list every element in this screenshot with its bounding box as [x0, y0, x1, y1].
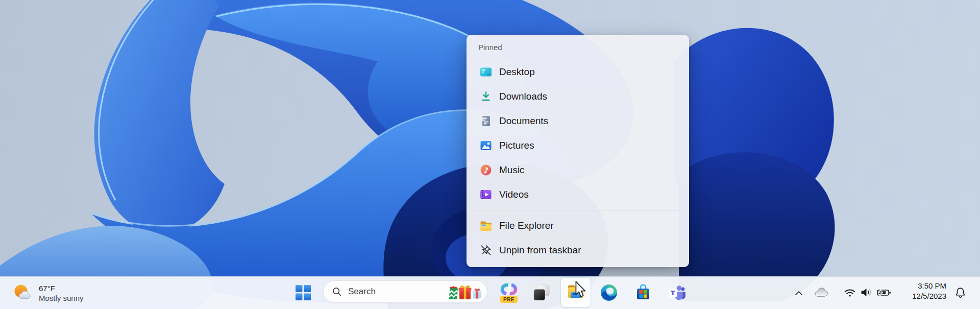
- edge-button[interactable]: [597, 281, 621, 305]
- microsoft-store-icon: [634, 283, 652, 303]
- jump-list-item-desktop[interactable]: Desktop: [470, 60, 685, 84]
- network-volume-battery-button[interactable]: [836, 283, 898, 303]
- weather-temperature: 67°F: [39, 283, 84, 293]
- weather-condition: Mostly sunny: [39, 293, 84, 303]
- notifications-button[interactable]: [950, 284, 970, 302]
- desktop-icon: [479, 65, 493, 79]
- clock-time: 3:50 PM: [896, 281, 946, 291]
- edge-icon: [600, 283, 618, 303]
- chevron-up-icon: [795, 290, 803, 297]
- jump-list-item-label: Pictures: [499, 140, 534, 151]
- clock-date: 12/5/2023: [896, 291, 946, 301]
- search-input[interactable]: [348, 287, 435, 297]
- taskbar: 67°F Mostly sunny: [0, 276, 980, 309]
- jump-list-item-music[interactable]: Music: [470, 158, 685, 182]
- show-hidden-icons-button[interactable]: [789, 284, 808, 302]
- file-explorer-icon: [479, 219, 493, 232]
- jump-list-item-downloads[interactable]: Downloads: [470, 84, 685, 109]
- downloads-icon: [479, 90, 493, 103]
- windows-logo-icon: [296, 285, 311, 302]
- wifi-icon: [844, 288, 856, 299]
- task-view-button[interactable]: [529, 281, 554, 305]
- microsoft-store-button[interactable]: [631, 281, 655, 305]
- jump-list-item-unpin[interactable]: Unpin from taskbar: [470, 238, 685, 263]
- jump-list-item-pictures[interactable]: Pictures: [470, 133, 685, 158]
- jump-list-item-label: File Explorer: [499, 220, 554, 231]
- videos-icon: [479, 188, 493, 201]
- weather-text: 67°F Mostly sunny: [39, 283, 84, 303]
- copilot-button[interactable]: PRE: [497, 281, 521, 305]
- file-explorer-taskbar-button[interactable]: [560, 277, 591, 307]
- search-box[interactable]: [323, 280, 487, 303]
- teams-button[interactable]: [665, 281, 689, 305]
- holiday-gifts-icon: [448, 282, 482, 301]
- unpin-icon: [479, 244, 493, 257]
- onedrive-cloud-icon: [814, 288, 829, 299]
- search-icon: [332, 287, 342, 297]
- battery-charging-icon: [877, 289, 891, 298]
- teams-icon: [667, 283, 687, 304]
- file-explorer-jump-list: Pinned Desktop Downloads: [467, 35, 689, 267]
- volume-icon: [860, 287, 873, 299]
- task-view-icon: [533, 284, 550, 303]
- mouse-cursor-icon: [573, 281, 586, 300]
- start-button[interactable]: [291, 281, 315, 305]
- bell-icon: [954, 287, 966, 300]
- jump-list-item-label: Unpin from taskbar: [499, 245, 581, 256]
- documents-icon: [479, 114, 493, 128]
- onedrive-button[interactable]: [812, 284, 832, 302]
- jump-list-item-label: Videos: [499, 189, 529, 200]
- widgets-button[interactable]: 67°F Mostly sunny: [5, 279, 115, 307]
- jump-list-item-documents[interactable]: Documents: [470, 109, 685, 133]
- music-icon: [479, 163, 493, 177]
- jump-list-item-label: Documents: [499, 115, 548, 127]
- jump-list-item-videos[interactable]: Videos: [470, 182, 685, 207]
- copilot-pre-badge: PRE: [500, 296, 518, 303]
- jump-list-section-header: Pinned: [478, 41, 685, 54]
- jump-list-item-label: Music: [499, 164, 525, 176]
- jump-list-item-label: Downloads: [499, 91, 547, 102]
- pictures-icon: [479, 139, 493, 152]
- jump-list-item-file-explorer[interactable]: File Explorer: [470, 213, 685, 238]
- jump-list-item-label: Desktop: [499, 66, 535, 78]
- copilot-icon: PRE: [499, 282, 519, 304]
- jump-list-separator: [475, 210, 680, 210]
- clock[interactable]: 3:50 PM 12/5/2023: [894, 280, 948, 302]
- weather-sun-cloud-icon: [12, 283, 33, 303]
